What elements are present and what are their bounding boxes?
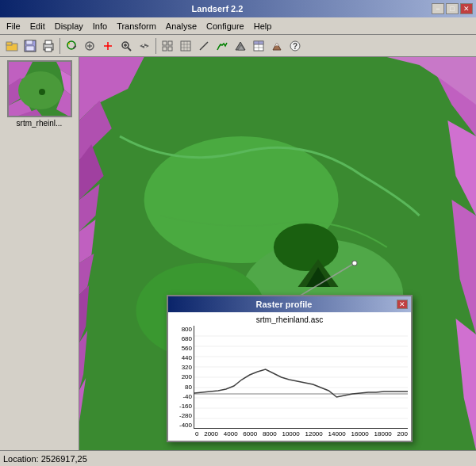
window-controls: − □ ✕ <box>432 3 473 14</box>
tool-zoom[interactable] <box>117 37 135 55</box>
svg-point-80 <box>352 261 357 265</box>
dialog-close-button[interactable]: ✕ <box>397 300 408 309</box>
menu-file[interactable]: File <box>2 20 25 32</box>
svg-point-55 <box>39 89 45 95</box>
tool-mountain[interactable] <box>268 37 286 55</box>
menu-configure[interactable]: Configure <box>202 20 249 32</box>
x-axis: 0 2000 4000 6000 8000 10000 12000 14000 … <box>195 429 408 437</box>
tool-open[interactable] <box>3 37 21 55</box>
tool-pan[interactable] <box>136 37 153 55</box>
layer-thumbnail[interactable] <box>7 60 72 117</box>
svg-point-74 <box>274 223 339 271</box>
status-bar: Location: 2526917,25 <box>0 450 476 466</box>
tool-terrain[interactable] <box>232 37 249 55</box>
menu-info[interactable]: Info <box>88 20 112 32</box>
separator-2 <box>155 38 156 54</box>
tool-crosshair[interactable] <box>99 37 117 55</box>
tool-help[interactable]: ? <box>286 37 304 55</box>
close-button[interactable]: ✕ <box>460 3 473 14</box>
minimize-button[interactable]: − <box>432 3 444 14</box>
svg-rect-25 <box>168 47 172 51</box>
toolbar: ? <box>0 35 476 57</box>
tool-measure[interactable] <box>195 37 213 55</box>
raster-profile-dialog: Raster profile ✕ srtm_rheinland.asc 800 … <box>167 295 413 442</box>
svg-rect-3 <box>26 40 33 44</box>
dialog-title-bar: Raster profile ✕ <box>168 296 411 312</box>
menu-display[interactable]: Display <box>50 20 88 32</box>
tool-save[interactable] <box>21 37 39 55</box>
svg-rect-23 <box>168 41 172 45</box>
svg-line-33 <box>204 44 205 46</box>
tool-edit[interactable] <box>81 37 98 55</box>
svg-rect-26 <box>181 41 190 51</box>
left-panel: srtm_rheinl... <box>0 57 79 450</box>
svg-line-17 <box>128 48 131 51</box>
tool-print[interactable] <box>40 37 57 55</box>
svg-line-32 <box>200 48 202 50</box>
title-bar: Landserf 2.2 − □ ✕ <box>0 0 476 17</box>
svg-text:?: ? <box>293 42 298 51</box>
svg-rect-9 <box>68 43 70 44</box>
svg-rect-4 <box>26 46 34 51</box>
map-canvas[interactable]: Raster profile ✕ srtm_rheinland.asc 800 … <box>79 57 476 450</box>
main-area: srtm_rheinl... <box>0 57 476 450</box>
tool-profile[interactable] <box>213 37 231 55</box>
y-axis: 800 680 560 440 320 200 80 -40 -160 -280… <box>171 326 194 429</box>
location-text: Location: 2526917,25 <box>3 454 87 464</box>
tool-select[interactable] <box>63 37 80 55</box>
menu-edit[interactable]: Edit <box>25 20 50 32</box>
svg-rect-7 <box>45 48 52 52</box>
dialog-content: srtm_rheinland.asc 800 680 560 440 320 2… <box>168 312 411 441</box>
tool-table[interactable] <box>250 37 267 55</box>
svg-rect-22 <box>163 41 167 45</box>
svg-rect-1 <box>6 42 12 45</box>
chart-area: 800 680 560 440 320 200 80 -40 -160 -280… <box>171 326 408 429</box>
tool-raster[interactable] <box>177 37 194 55</box>
maximize-button[interactable]: □ <box>446 3 459 14</box>
chart-plot <box>194 326 408 429</box>
svg-marker-21 <box>140 44 144 51</box>
svg-marker-20 <box>144 41 149 48</box>
layer-label: srtm_rheinl... <box>5 119 75 128</box>
chart-title: srtm_rheinland.asc <box>171 315 408 324</box>
tool-grid[interactable] <box>159 37 176 55</box>
separator-1 <box>60 38 60 54</box>
menu-transform[interactable]: Transform <box>112 20 161 32</box>
svg-rect-24 <box>163 47 167 51</box>
app-title: Landserf 2.2 <box>3 4 432 13</box>
menu-bar: File Edit Display Info Transform Analyse… <box>0 17 476 35</box>
dialog-title: Raster profile <box>171 300 397 309</box>
menu-analyse[interactable]: Analyse <box>161 20 202 32</box>
svg-rect-6 <box>45 40 52 44</box>
menu-help[interactable]: Help <box>249 20 277 32</box>
